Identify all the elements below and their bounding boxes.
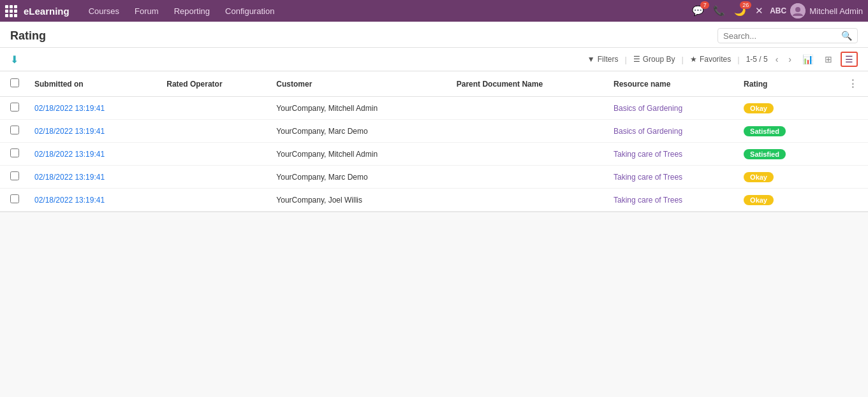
toolbar-left: ⬇ <box>10 54 587 66</box>
cell-resource-name[interactable]: Taking care of Trees <box>606 189 736 212</box>
submitted-on-link[interactable]: 02/18/2022 13:19:41 <box>34 196 105 205</box>
table-row: 02/18/2022 13:19:41YourCompany, Mitchell… <box>0 97 868 120</box>
column-options-icon[interactable]: ⋮ <box>848 78 858 89</box>
cell-customer: YourCompany, Marc Demo <box>268 166 448 189</box>
search-input[interactable] <box>723 31 841 41</box>
select-all-header[interactable] <box>0 71 27 97</box>
cell-resource-name[interactable]: Taking care of Trees <box>606 166 736 189</box>
col-options-menu[interactable]: ⋮ <box>825 71 868 97</box>
row-checkbox-3[interactable] <box>10 171 19 180</box>
cell-customer: YourCompany, Mitchell Admin <box>268 143 448 166</box>
submitted-on-link[interactable]: 02/18/2022 13:19:41 <box>34 104 105 113</box>
svg-point-1 <box>795 7 800 12</box>
row-checkbox-4[interactable] <box>10 194 19 203</box>
resource-link[interactable]: Basics of Gardening <box>614 127 682 136</box>
favorites-button[interactable]: ★ Favorites <box>690 55 731 64</box>
submitted-on-link[interactable]: 02/18/2022 13:19:41 <box>34 150 105 159</box>
rating-badge: Okay <box>744 195 774 205</box>
star-icon: ★ <box>690 55 697 64</box>
row-checkbox-1[interactable] <box>10 126 19 134</box>
table-header-row: Submitted on Rated Operator Customer Par… <box>0 71 868 97</box>
col-customer[interactable]: Customer <box>268 71 448 97</box>
page-title: Rating <box>10 29 717 43</box>
select-all-checkbox[interactable] <box>10 78 19 87</box>
cell-parent-doc <box>449 120 606 143</box>
cell-submitted-on[interactable]: 02/18/2022 13:19:41 <box>27 120 159 143</box>
cell-row-options <box>825 166 868 189</box>
cell-parent-doc <box>449 166 606 189</box>
favorites-label: Favorites <box>700 55 731 64</box>
cell-resource-name[interactable]: Basics of Gardening <box>606 97 736 120</box>
filters-label: Filters <box>598 55 619 64</box>
submitted-on-link[interactable]: 02/18/2022 13:19:41 <box>34 173 105 182</box>
rating-badge: Satisfied <box>744 149 786 159</box>
brand-logo[interactable]: eLearning <box>24 6 70 17</box>
cell-rated-operator <box>159 143 268 166</box>
download-button[interactable]: ⬇ <box>10 54 18 65</box>
cell-row-options <box>825 143 868 166</box>
chat-icon-btn[interactable]: 💬 7 <box>689 4 707 18</box>
topnav-right: 💬 7 📞 🌙 26 ✕ ABC Mitchell Admin <box>689 3 863 18</box>
table-row: 02/18/2022 13:19:41YourCompany, Marc Dem… <box>0 166 868 189</box>
apps-icon[interactable] <box>5 5 17 17</box>
cell-submitted-on[interactable]: 02/18/2022 13:19:41 <box>27 189 159 212</box>
cell-resource-name[interactable]: Basics of Gardening <box>606 120 736 143</box>
rating-badge: Okay <box>744 103 774 113</box>
cell-submitted-on[interactable]: 02/18/2022 13:19:41 <box>27 166 159 189</box>
resource-link[interactable]: Taking care of Trees <box>614 150 682 159</box>
list-view-button[interactable]: ☰ <box>841 52 858 67</box>
cell-parent-doc <box>449 143 606 166</box>
separator-3: | <box>737 55 739 64</box>
phone-icon-btn[interactable]: 📞 <box>710 4 728 18</box>
resource-link[interactable]: Basics of Gardening <box>614 104 682 113</box>
separator-1: | <box>624 55 626 64</box>
cell-customer: YourCompany, Marc Demo <box>268 120 448 143</box>
cell-submitted-on[interactable]: 02/18/2022 13:19:41 <box>27 143 159 166</box>
cell-submitted-on[interactable]: 02/18/2022 13:19:41 <box>27 97 159 120</box>
prev-page-button[interactable]: ‹ <box>773 53 781 66</box>
menu-item-forum[interactable]: Forum <box>128 4 165 18</box>
kanban-view-button[interactable]: ⊞ <box>821 53 835 66</box>
filter-icon: ▼ <box>587 55 595 64</box>
cell-rated-operator <box>159 97 268 120</box>
search-bar[interactable]: 🔍 <box>717 28 858 43</box>
cell-rated-operator <box>159 120 268 143</box>
cell-resource-name[interactable]: Taking care of Trees <box>606 143 736 166</box>
clock-icon-btn[interactable]: 🌙 26 <box>732 4 749 18</box>
chat-badge: 7 <box>700 1 709 9</box>
main-menu: Courses Forum Reporting Configuration <box>82 4 690 18</box>
cell-row-options <box>825 120 868 143</box>
cell-rating: Satisfied <box>736 120 825 143</box>
cell-rating: Satisfied <box>736 143 825 166</box>
search-icon[interactable]: 🔍 <box>841 31 852 41</box>
rating-badge: Satisfied <box>744 126 786 136</box>
row-checkbox-2[interactable] <box>10 148 19 157</box>
table-row: 02/18/2022 13:19:41YourCompany, Marc Dem… <box>0 120 868 143</box>
data-table: Submitted on Rated Operator Customer Par… <box>0 71 868 212</box>
row-checkbox-0[interactable] <box>10 103 19 112</box>
cell-row-options <box>825 189 868 212</box>
col-resource-name[interactable]: Resource name <box>606 71 736 97</box>
close-icon-btn[interactable]: ✕ <box>753 4 766 18</box>
resource-link[interactable]: Taking care of Trees <box>614 196 682 205</box>
menu-item-reporting[interactable]: Reporting <box>168 4 216 18</box>
chart-view-button[interactable]: 📊 <box>799 53 816 66</box>
topnav: eLearning Courses Forum Reporting Config… <box>0 0 868 22</box>
menu-item-configuration[interactable]: Configuration <box>219 4 281 18</box>
resource-link[interactable]: Taking care of Trees <box>614 173 682 182</box>
col-rated-operator[interactable]: Rated Operator <box>159 71 268 97</box>
abc-label: ABC <box>770 6 786 15</box>
col-rating[interactable]: Rating <box>736 71 825 97</box>
cell-rated-operator <box>159 189 268 212</box>
col-submitted-on[interactable]: Submitted on <box>27 71 159 97</box>
cell-parent-doc <box>449 97 606 120</box>
col-parent-doc[interactable]: Parent Document Name <box>449 71 606 97</box>
toolbar: ⬇ ▼ Filters | ☰ Group By | ★ Favorites |… <box>0 48 868 71</box>
menu-item-courses[interactable]: Courses <box>82 4 126 18</box>
pagination-label: 1-5 / 5 <box>746 55 768 64</box>
groupby-button[interactable]: ☰ Group By <box>633 55 675 64</box>
filters-button[interactable]: ▼ Filters <box>587 55 619 64</box>
cell-customer: YourCompany, Mitchell Admin <box>268 97 448 120</box>
submitted-on-link[interactable]: 02/18/2022 13:19:41 <box>34 127 105 136</box>
next-page-button[interactable]: › <box>786 53 794 66</box>
